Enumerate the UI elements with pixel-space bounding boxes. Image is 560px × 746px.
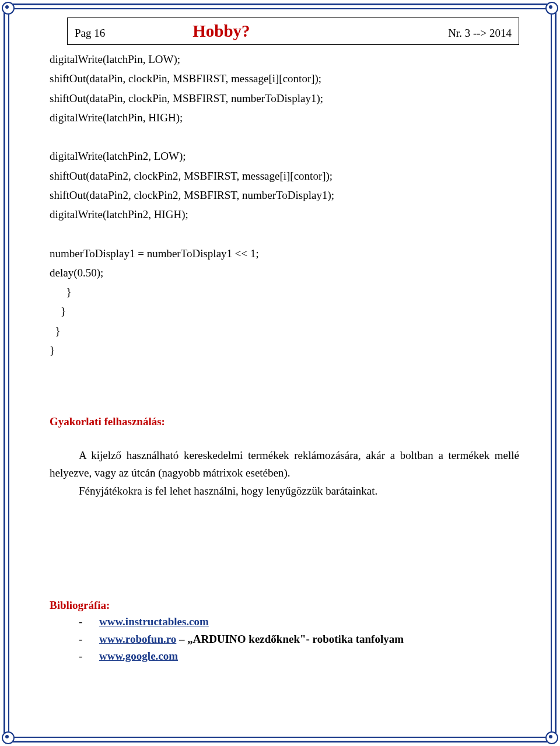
bibliography-list: - www.instructables.com - www.robofun.ro… bbox=[50, 613, 519, 664]
code-brace: } bbox=[50, 282, 519, 302]
corner-ornament-tl bbox=[2, 2, 15, 15]
corner-ornament-tr bbox=[545, 2, 558, 15]
code-line: digitalWrite(latchPin2, HIGH); bbox=[50, 205, 519, 224]
code-brace: } bbox=[50, 321, 519, 341]
code-line: shiftOut(dataPin2, clockPin2, MSBFIRST, … bbox=[50, 166, 519, 185]
magazine-title: Hobby? bbox=[192, 22, 448, 41]
code-line: shiftOut(dataPin2, clockPin2, MSBFIRST, … bbox=[50, 185, 519, 205]
code-blank bbox=[50, 127, 519, 146]
page-content: Pag 16 Hobby? Nr. 3 --> 2014 digitalWrit… bbox=[50, 17, 519, 729]
code-line: shiftOut(dataPin, clockPin, MSBFIRST, me… bbox=[50, 69, 519, 88]
paragraph-text-2: Fényjátékokra is fel lehet használni, ho… bbox=[79, 485, 377, 497]
corner-ornament-bl bbox=[2, 731, 15, 744]
code-line: digitalWrite(latchPin, HIGH); bbox=[50, 108, 519, 127]
list-dash: - bbox=[79, 631, 99, 647]
corner-ornament-br bbox=[545, 731, 558, 744]
list-dash: - bbox=[79, 647, 99, 664]
issue-number: Nr. 3 --> 2014 bbox=[448, 27, 512, 40]
paragraph-text-1: A kijelző használható kereskedelmi termé… bbox=[50, 449, 519, 479]
bibliography-title: Bibliográfia: bbox=[50, 599, 519, 612]
page-number-left: Pag 16 bbox=[75, 27, 105, 40]
code-brace: } bbox=[50, 341, 519, 360]
code-line: delay(0.50); bbox=[50, 263, 519, 282]
bibliography-link[interactable]: www.instructables.com bbox=[99, 615, 209, 628]
bibliography-link[interactable]: www.robofun.ro bbox=[99, 633, 176, 645]
bibliography-link[interactable]: www.google.com bbox=[99, 650, 178, 662]
code-line: digitalWrite(latchPin, LOW); bbox=[50, 50, 519, 69]
code-brace: } bbox=[50, 302, 519, 321]
code-line: digitalWrite(latchPin2, LOW); bbox=[50, 146, 519, 166]
bibliography-item: - www.google.com bbox=[79, 647, 519, 664]
paragraph-usage: A kijelző használható kereskedelmi termé… bbox=[50, 447, 519, 500]
section-title: Gyakorlati felhasználás: bbox=[50, 415, 519, 428]
bibliography-item: - www.instructables.com bbox=[79, 613, 519, 630]
bibliography-item: - www.robofun.ro – „ARDUINO kezdőknek"- … bbox=[79, 631, 519, 647]
code-line: numberToDisplay1 = numberToDisplay1 << 1… bbox=[50, 244, 519, 263]
page-header: Pag 16 Hobby? Nr. 3 --> 2014 bbox=[67, 17, 519, 45]
bibliography-rest: – „ARDUINO kezdőknek"- robotika tanfolya… bbox=[176, 633, 404, 645]
code-line: shiftOut(dataPin, clockPin, MSBFIRST, nu… bbox=[50, 89, 519, 108]
code-block: digitalWrite(latchPin, LOW); shiftOut(da… bbox=[50, 50, 519, 360]
code-blank bbox=[50, 224, 519, 243]
list-dash: - bbox=[79, 613, 99, 630]
